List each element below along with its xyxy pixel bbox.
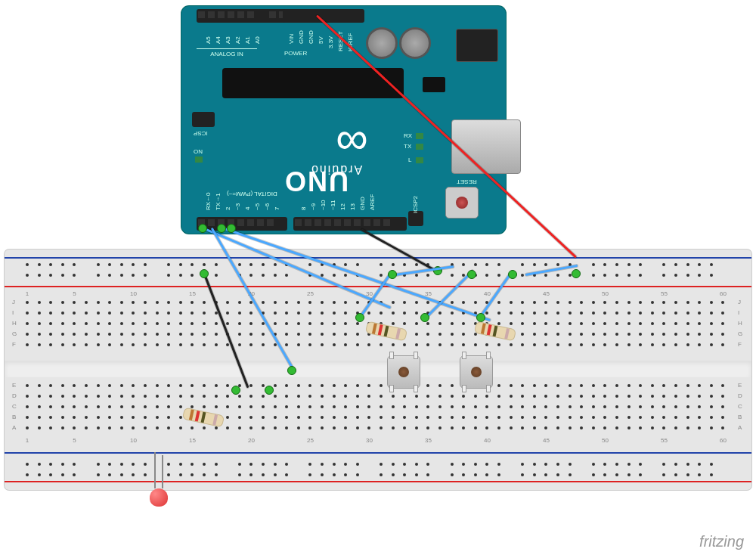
pin-label-d5: ~5 [254, 203, 261, 210]
led-label-rx: RX [404, 132, 412, 139]
led-label-tx: TX [404, 143, 411, 150]
led-label-l: L [408, 157, 411, 163]
section-analog-in: ANALOG IN [197, 48, 257, 57]
row-label-G: G [738, 330, 742, 337]
col-label-bot-50: 50 [600, 437, 610, 444]
pin-label-d8: 8 [300, 207, 307, 210]
pin-label-aref: AREF [369, 194, 376, 210]
pin-label-d6: ~6 [264, 203, 271, 210]
col-label-top-45: 45 [541, 290, 551, 297]
digital-header-left [293, 217, 407, 231]
row-label-D: D [12, 392, 17, 399]
pin-label-tx1: TX→1 [215, 193, 222, 210]
row-label-C: C [12, 403, 17, 410]
node-d0 [198, 224, 207, 233]
col-label-top-50: 50 [600, 290, 610, 297]
node-minus-rail-left [200, 269, 209, 278]
node-e [476, 313, 485, 322]
usb-type-b-port [451, 119, 521, 174]
row-label-A: A [738, 424, 742, 431]
row-label-A: A [12, 424, 16, 431]
col-label-bot-35: 35 [423, 437, 433, 444]
pin-label-d7: 7 [274, 207, 280, 210]
col-label-bot-10: 10 [128, 437, 138, 444]
node-h [265, 386, 274, 395]
row-label-E: E [738, 382, 742, 389]
node-c [420, 313, 429, 322]
pin-label-d12: 12 [339, 203, 346, 210]
pin-label-gnd2: GND [308, 30, 314, 44]
node-a [355, 313, 364, 322]
status-led-tx [416, 144, 423, 150]
push-button-1[interactable] [387, 355, 420, 389]
status-led-rx [416, 133, 423, 139]
row-label-H: H [12, 320, 17, 327]
pin-label-d10: ~10 [320, 200, 327, 210]
model-text: UNO [284, 165, 349, 197]
col-label-bot-15: 15 [187, 437, 197, 444]
col-label-bot-55: 55 [658, 437, 669, 444]
col-label-top-10: 10 [128, 290, 138, 297]
pin-label-3v3: 3.3V [327, 36, 334, 48]
col-label-top-1: 1 [22, 290, 33, 297]
pin-label-d13: 13 [349, 203, 356, 210]
row-label-E: E [12, 382, 16, 389]
row-label-J: J [738, 299, 741, 305]
col-label-top-60: 60 [717, 290, 728, 297]
node-f [508, 270, 517, 279]
col-label-bot-5: 5 [69, 437, 79, 444]
pin-label-5v: 5V [318, 36, 324, 44]
icsp-label: ICSP [194, 130, 208, 137]
col-label-bot-60: 60 [717, 437, 728, 444]
top-plus-rail-line [5, 286, 751, 287]
reset-button[interactable] [445, 187, 479, 219]
node-5v-rail [572, 269, 581, 278]
col-label-bot-40: 40 [482, 437, 492, 444]
pin-label-a1: A1 [244, 36, 251, 44]
pin-label-a4: A4 [215, 36, 222, 44]
row-label-F: F [738, 341, 742, 348]
row-label-D: D [738, 392, 742, 399]
pin-label-d3: ~3 [234, 203, 241, 210]
col-label-top-25: 25 [305, 290, 315, 297]
col-label-top-15: 15 [187, 290, 197, 297]
row-label-J: J [12, 299, 15, 305]
pin-label-rx0: RX←0 [205, 192, 212, 210]
breadboard: 1155101015152020252530303535404045455050… [5, 250, 751, 490]
watermark-text: fritzing [699, 533, 744, 550]
status-led-on [195, 157, 203, 163]
col-label-bot-20: 20 [246, 437, 256, 444]
node-d2 [217, 224, 226, 233]
col-label-bot-25: 25 [305, 437, 315, 444]
electrolytic-capacitor [366, 27, 398, 59]
row-label-F: F [12, 341, 16, 348]
push-button-2[interactable] [460, 355, 493, 389]
node-b [388, 270, 397, 279]
node-d [467, 270, 476, 279]
pin-label-d9: ~9 [310, 203, 317, 210]
bottom-minus-rail-line [5, 452, 751, 454]
pin-label-d4: 4 [244, 207, 251, 210]
pin-label-d11: ~11 [330, 200, 336, 210]
row-label-B: B [738, 414, 742, 420]
icsp-header [192, 112, 215, 127]
col-label-bot-30: 30 [364, 437, 374, 444]
red-led [147, 481, 170, 514]
row-label-G: G [12, 330, 17, 337]
col-label-top-40: 40 [482, 290, 492, 297]
row-label-I: I [12, 309, 14, 316]
pin-label-a0: A0 [254, 36, 261, 44]
pin-label-gnd1: GND [298, 30, 305, 44]
pin-label-a3: A3 [225, 36, 231, 44]
arduino-logo-icon: ∞ [336, 112, 368, 164]
bottom-plus-rail-line [5, 481, 751, 482]
pin-label-a2: A2 [234, 36, 241, 44]
row-label-I: I [738, 309, 739, 316]
row-label-H: H [738, 320, 742, 327]
voltage-regulator [423, 77, 445, 92]
col-label-top-55: 55 [658, 290, 669, 297]
pin-label-vin: VIN [288, 34, 295, 44]
row-label-B: B [12, 414, 16, 420]
reset-label: RESET [457, 178, 477, 185]
led-label-on: ON [194, 148, 203, 155]
